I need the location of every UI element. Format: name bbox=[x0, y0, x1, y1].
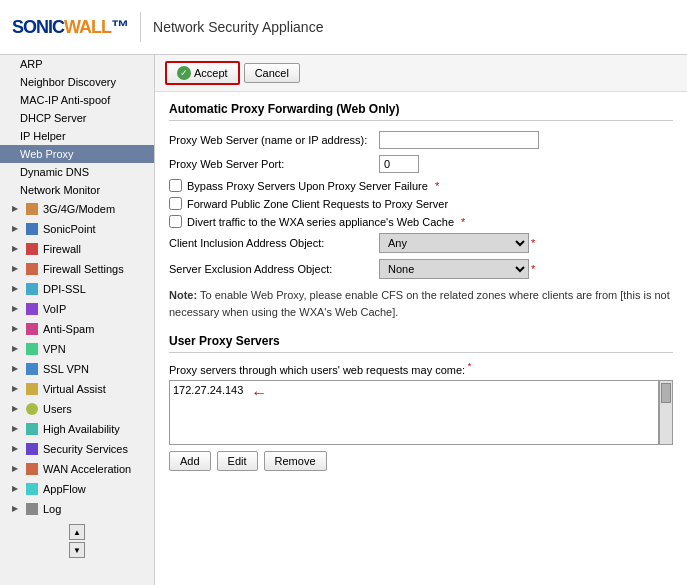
sidebar-item-3g4g[interactable]: ▶ 3G/4G/Modem bbox=[0, 199, 154, 219]
sidebar-item-ssl-vpn[interactable]: ▶ SSL VPN bbox=[0, 359, 154, 379]
fw-settings-label: Firewall Settings bbox=[43, 263, 124, 275]
sidebar-item-users[interactable]: ▶ Users bbox=[0, 399, 154, 419]
expand-arrow-spam: ▶ bbox=[12, 324, 22, 334]
wan-label: WAN Acceleration bbox=[43, 463, 131, 475]
server-exclusion-select[interactable]: None bbox=[379, 259, 529, 279]
sidebar-item-voip[interactable]: ▶ VoIP bbox=[0, 299, 154, 319]
client-inclusion-label: Client Inclusion Address Object: bbox=[169, 237, 379, 249]
security-icon bbox=[25, 442, 39, 456]
web-proxy-label: Web Proxy bbox=[20, 148, 74, 160]
proxy-textarea-wrap: 172.27.24.143 ← bbox=[169, 380, 673, 445]
sidebar-item-dynamic-dns[interactable]: Dynamic DNS bbox=[0, 163, 154, 181]
sidebar-item-web-proxy[interactable]: Web Proxy bbox=[0, 145, 154, 163]
edit-button[interactable]: Edit bbox=[217, 451, 258, 471]
voip-label: VoIP bbox=[43, 303, 66, 315]
section1-title: Automatic Proxy Forwarding (Web Only) bbox=[169, 102, 673, 121]
sidebar-item-wan-acceleration[interactable]: ▶ WAN Acceleration bbox=[0, 459, 154, 479]
sidebar-item-security-services[interactable]: ▶ Security Services bbox=[0, 439, 154, 459]
header-divider bbox=[140, 12, 141, 42]
add-label: Add bbox=[180, 455, 200, 467]
network-monitor-label: Network Monitor bbox=[20, 184, 100, 196]
sidebar-item-arp[interactable]: ARP bbox=[0, 55, 154, 73]
remove-button[interactable]: Remove bbox=[264, 451, 327, 471]
appflow-label: AppFlow bbox=[43, 483, 86, 495]
checkbox-row-2: Forward Public Zone Client Requests to P… bbox=[169, 197, 673, 210]
proxy-server-input[interactable] bbox=[379, 131, 539, 149]
content-area: ✓ Accept Cancel Automatic Proxy Forwardi… bbox=[155, 55, 687, 585]
sidebar-item-log[interactable]: ▶ Log bbox=[0, 499, 154, 519]
sidebar-scroll-controls: ▲ ▼ bbox=[0, 519, 154, 563]
client-inclusion-select[interactable]: Any bbox=[379, 233, 529, 253]
vpn-label: VPN bbox=[43, 343, 66, 355]
proxy-textarea-container: 172.27.24.143 ← bbox=[169, 380, 659, 445]
sidebar-item-network-monitor[interactable]: Network Monitor bbox=[0, 181, 154, 199]
sidebar-item-firewall[interactable]: ▶ Firewall bbox=[0, 239, 154, 259]
scroll-down-button[interactable]: ▼ bbox=[69, 542, 85, 558]
remove-label: Remove bbox=[275, 455, 316, 467]
cancel-label: Cancel bbox=[255, 67, 289, 79]
log-label: Log bbox=[43, 503, 61, 515]
sidebar-item-sonicpoint[interactable]: ▶ SonicPoint bbox=[0, 219, 154, 239]
scrollbar[interactable] bbox=[659, 380, 673, 445]
sidebar-item-anti-spam[interactable]: ▶ Anti-Spam bbox=[0, 319, 154, 339]
firewall-label: Firewall bbox=[43, 243, 81, 255]
expand-arrow-dpi: ▶ bbox=[12, 284, 22, 294]
expand-arrow-firewall: ▶ bbox=[12, 244, 22, 254]
proxy-port-input[interactable] bbox=[379, 155, 419, 173]
toolbar: ✓ Accept Cancel bbox=[155, 55, 687, 92]
expand-arrow-3g4g: ▶ bbox=[12, 204, 22, 214]
virtual-assist-label: Virtual Assist bbox=[43, 383, 106, 395]
sidebar-item-ip-helper[interactable]: IP Helper bbox=[0, 127, 154, 145]
sidebar-item-vpn[interactable]: ▶ VPN bbox=[0, 339, 154, 359]
sidebar-item-dhcp-server[interactable]: DHCP Server bbox=[0, 109, 154, 127]
dhcp-label: DHCP Server bbox=[20, 112, 86, 124]
main-layout: ARP Neighbor Discovery MAC-IP Anti-spoof… bbox=[0, 55, 687, 585]
server-required-marker: * bbox=[531, 263, 535, 275]
edit-label: Edit bbox=[228, 455, 247, 467]
expand-arrow-log: ▶ bbox=[12, 504, 22, 514]
accept-icon: ✓ bbox=[177, 66, 191, 80]
section2-title: User Proxy Servers bbox=[169, 334, 673, 353]
proxy-textarea-inner: 172.27.24.143 ← bbox=[169, 380, 659, 445]
virtual-icon bbox=[25, 382, 39, 396]
forward-public-checkbox[interactable] bbox=[169, 197, 182, 210]
sidebar-item-high-availability[interactable]: ▶ High Availability bbox=[0, 419, 154, 439]
divert-traffic-checkbox[interactable] bbox=[169, 215, 182, 228]
proxy-port-row: Proxy Web Server Port: bbox=[169, 155, 673, 173]
note-text: Note: To enable Web Proxy, please enable… bbox=[169, 287, 673, 320]
expand-arrow-virtual: ▶ bbox=[12, 384, 22, 394]
users-icon bbox=[25, 402, 39, 416]
sidebar-item-appflow[interactable]: ▶ AppFlow bbox=[0, 479, 154, 499]
modem-icon bbox=[25, 202, 39, 216]
sidebar: ARP Neighbor Discovery MAC-IP Anti-spoof… bbox=[0, 55, 155, 585]
header-title: Network Security Appliance bbox=[153, 19, 323, 35]
scroll-up-button[interactable]: ▲ bbox=[69, 524, 85, 540]
firewall-icon bbox=[25, 242, 39, 256]
3g4g-label: 3G/4G/Modem bbox=[43, 203, 115, 215]
spam-icon bbox=[25, 322, 39, 336]
expand-arrow-security: ▶ bbox=[12, 444, 22, 454]
accept-label: Accept bbox=[194, 67, 228, 79]
bypass-proxy-checkbox[interactable] bbox=[169, 179, 182, 192]
add-button[interactable]: Add bbox=[169, 451, 211, 471]
sonicpoint-icon bbox=[25, 222, 39, 236]
sidebar-item-virtual-assist[interactable]: ▶ Virtual Assist bbox=[0, 379, 154, 399]
proxy-required-marker: * bbox=[465, 361, 471, 371]
wan-icon bbox=[25, 462, 39, 476]
sidebar-item-dpi-ssl[interactable]: ▶ DPI-SSL bbox=[0, 279, 154, 299]
forward-public-label: Forward Public Zone Client Requests to P… bbox=[187, 198, 448, 210]
appflow-icon bbox=[25, 482, 39, 496]
sidebar-item-firewall-settings[interactable]: ▶ Firewall Settings bbox=[0, 259, 154, 279]
users-label: Users bbox=[43, 403, 72, 415]
accept-button[interactable]: ✓ Accept bbox=[165, 61, 240, 85]
expand-arrow-vpn: ▶ bbox=[12, 344, 22, 354]
ha-icon bbox=[25, 422, 39, 436]
sidebar-item-mac-ip-antispoof[interactable]: MAC-IP Anti-spoof bbox=[0, 91, 154, 109]
header: SONICWALL™ Network Security Appliance bbox=[0, 0, 687, 55]
expand-arrow-fw-settings: ▶ bbox=[12, 264, 22, 274]
security-label: Security Services bbox=[43, 443, 128, 455]
expand-arrow-users: ▶ bbox=[12, 404, 22, 414]
sidebar-item-neighbor-discovery[interactable]: Neighbor Discovery bbox=[0, 73, 154, 91]
proxy-ip-display: 172.27.24.143 bbox=[173, 384, 243, 396]
cancel-button[interactable]: Cancel bbox=[244, 63, 300, 83]
